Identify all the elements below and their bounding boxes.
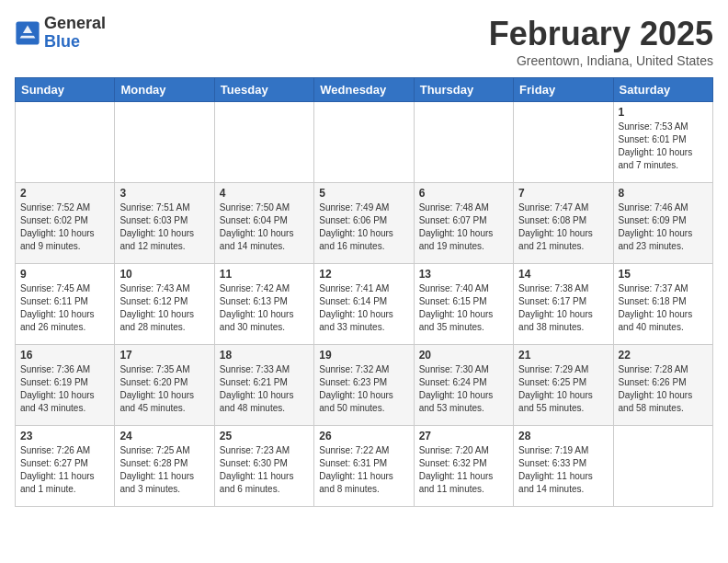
- calendar-cell: 15Sunrise: 7:37 AM Sunset: 6:18 PM Dayli…: [613, 264, 712, 345]
- day-info: Sunrise: 7:50 AM Sunset: 6:04 PM Dayligh…: [220, 201, 309, 253]
- day-number: 6: [419, 187, 508, 200]
- calendar-table: SundayMondayTuesdayWednesdayThursdayFrid…: [15, 77, 713, 507]
- calendar-week-1: 1Sunrise: 7:53 AM Sunset: 6:01 PM Daylig…: [16, 102, 713, 183]
- day-info: Sunrise: 7:35 AM Sunset: 6:20 PM Dayligh…: [119, 363, 209, 415]
- calendar-cell: 1Sunrise: 7:53 AM Sunset: 6:01 PM Daylig…: [613, 102, 712, 183]
- calendar-week-4: 16Sunrise: 7:36 AM Sunset: 6:19 PM Dayli…: [16, 345, 713, 426]
- day-info: Sunrise: 7:38 AM Sunset: 6:17 PM Dayligh…: [518, 282, 608, 334]
- calendar-week-3: 9Sunrise: 7:45 AM Sunset: 6:11 PM Daylig…: [16, 264, 713, 345]
- day-info: Sunrise: 7:22 AM Sunset: 6:31 PM Dayligh…: [319, 444, 408, 496]
- day-info: Sunrise: 7:32 AM Sunset: 6:23 PM Dayligh…: [319, 363, 408, 415]
- day-info: Sunrise: 7:43 AM Sunset: 6:12 PM Dayligh…: [119, 282, 209, 334]
- day-info: Sunrise: 7:51 AM Sunset: 6:03 PM Dayligh…: [119, 201, 209, 253]
- calendar-cell: [314, 102, 414, 183]
- location: Greentown, Indiana, United States: [489, 53, 713, 68]
- calendar-cell: 17Sunrise: 7:35 AM Sunset: 6:20 PM Dayli…: [115, 345, 214, 426]
- day-header-friday: Friday: [514, 78, 613, 102]
- day-info: Sunrise: 7:53 AM Sunset: 6:01 PM Dayligh…: [619, 121, 708, 172]
- day-number: 11: [220, 268, 309, 281]
- month-title: February 2025: [489, 15, 713, 53]
- day-info: Sunrise: 7:45 AM Sunset: 6:11 PM Dayligh…: [20, 282, 109, 334]
- day-header-wednesday: Wednesday: [314, 78, 414, 102]
- day-number: 9: [20, 268, 109, 281]
- logo-blue: Blue: [44, 32, 80, 51]
- calendar-cell: 13Sunrise: 7:40 AM Sunset: 6:15 PM Dayli…: [414, 264, 513, 345]
- day-number: 27: [419, 430, 508, 442]
- day-header-thursday: Thursday: [414, 78, 513, 102]
- day-number: 19: [319, 349, 408, 362]
- day-number: 5: [319, 187, 408, 200]
- calendar-cell: [514, 102, 613, 183]
- day-info: Sunrise: 7:47 AM Sunset: 6:08 PM Dayligh…: [518, 201, 608, 253]
- day-info: Sunrise: 7:52 AM Sunset: 6:02 PM Dayligh…: [20, 201, 109, 253]
- day-number: 18: [220, 349, 309, 362]
- calendar-cell: 24Sunrise: 7:25 AM Sunset: 6:28 PM Dayli…: [115, 426, 214, 507]
- calendar-cell: 9Sunrise: 7:45 AM Sunset: 6:11 PM Daylig…: [16, 264, 115, 345]
- day-info: Sunrise: 7:28 AM Sunset: 6:26 PM Dayligh…: [619, 363, 708, 415]
- day-number: 4: [220, 187, 309, 200]
- day-number: 15: [619, 268, 708, 281]
- day-info: Sunrise: 7:40 AM Sunset: 6:15 PM Dayligh…: [419, 282, 508, 334]
- day-number: 26: [319, 430, 408, 442]
- calendar-cell: 10Sunrise: 7:43 AM Sunset: 6:12 PM Dayli…: [115, 264, 214, 345]
- page-header: General Blue February 2025 Greentown, In…: [15, 15, 713, 68]
- day-info: Sunrise: 7:20 AM Sunset: 6:32 PM Dayligh…: [419, 444, 508, 496]
- svg-rect-2: [20, 33, 36, 36]
- day-number: 16: [20, 349, 109, 362]
- day-info: Sunrise: 7:26 AM Sunset: 6:27 PM Dayligh…: [20, 444, 109, 496]
- day-info: Sunrise: 7:46 AM Sunset: 6:09 PM Dayligh…: [619, 201, 708, 253]
- day-header-tuesday: Tuesday: [214, 78, 313, 102]
- calendar-cell: 27Sunrise: 7:20 AM Sunset: 6:32 PM Dayli…: [414, 426, 513, 507]
- logo-text: General Blue: [44, 15, 106, 52]
- calendar-cell: 12Sunrise: 7:41 AM Sunset: 6:14 PM Dayli…: [314, 264, 414, 345]
- day-number: 3: [119, 187, 209, 200]
- calendar-cell: 16Sunrise: 7:36 AM Sunset: 6:19 PM Dayli…: [16, 345, 115, 426]
- calendar-cell: 8Sunrise: 7:46 AM Sunset: 6:09 PM Daylig…: [613, 183, 712, 264]
- calendar-header-row: SundayMondayTuesdayWednesdayThursdayFrid…: [16, 78, 713, 102]
- day-info: Sunrise: 7:49 AM Sunset: 6:06 PM Dayligh…: [319, 201, 408, 253]
- day-number: 21: [518, 349, 608, 362]
- day-info: Sunrise: 7:48 AM Sunset: 6:07 PM Dayligh…: [419, 201, 508, 253]
- day-info: Sunrise: 7:25 AM Sunset: 6:28 PM Dayligh…: [119, 444, 209, 496]
- day-info: Sunrise: 7:42 AM Sunset: 6:13 PM Dayligh…: [220, 282, 309, 334]
- calendar-cell: 26Sunrise: 7:22 AM Sunset: 6:31 PM Dayli…: [314, 426, 414, 507]
- calendar-cell: 7Sunrise: 7:47 AM Sunset: 6:08 PM Daylig…: [514, 183, 613, 264]
- day-number: 14: [518, 268, 608, 281]
- day-header-sunday: Sunday: [16, 78, 115, 102]
- logo: General Blue: [15, 15, 106, 52]
- calendar-cell: 2Sunrise: 7:52 AM Sunset: 6:02 PM Daylig…: [16, 183, 115, 264]
- calendar-cell: [115, 102, 214, 183]
- calendar-cell: 11Sunrise: 7:42 AM Sunset: 6:13 PM Dayli…: [214, 264, 313, 345]
- day-info: Sunrise: 7:30 AM Sunset: 6:24 PM Dayligh…: [419, 363, 508, 415]
- day-number: 25: [220, 430, 309, 442]
- calendar-cell: 20Sunrise: 7:30 AM Sunset: 6:24 PM Dayli…: [414, 345, 513, 426]
- day-number: 17: [119, 349, 209, 362]
- day-info: Sunrise: 7:33 AM Sunset: 6:21 PM Dayligh…: [220, 363, 309, 415]
- calendar-cell: [214, 102, 313, 183]
- day-number: 20: [419, 349, 508, 362]
- day-number: 23: [20, 430, 109, 442]
- calendar-week-5: 23Sunrise: 7:26 AM Sunset: 6:27 PM Dayli…: [16, 426, 713, 507]
- calendar-week-2: 2Sunrise: 7:52 AM Sunset: 6:02 PM Daylig…: [16, 183, 713, 264]
- calendar-cell: 25Sunrise: 7:23 AM Sunset: 6:30 PM Dayli…: [214, 426, 313, 507]
- day-number: 12: [319, 268, 408, 281]
- day-number: 24: [119, 430, 209, 442]
- day-number: 2: [20, 187, 109, 200]
- logo-icon: [15, 20, 40, 46]
- calendar-cell: [613, 426, 712, 507]
- calendar-cell: [414, 102, 513, 183]
- day-number: 1: [619, 106, 708, 119]
- day-number: 7: [518, 187, 608, 200]
- calendar-cell: 6Sunrise: 7:48 AM Sunset: 6:07 PM Daylig…: [414, 183, 513, 264]
- calendar-cell: [16, 102, 115, 183]
- calendar-cell: 22Sunrise: 7:28 AM Sunset: 6:26 PM Dayli…: [613, 345, 712, 426]
- day-info: Sunrise: 7:23 AM Sunset: 6:30 PM Dayligh…: [220, 444, 309, 496]
- calendar-cell: 4Sunrise: 7:50 AM Sunset: 6:04 PM Daylig…: [214, 183, 313, 264]
- day-number: 22: [619, 349, 708, 362]
- day-header-monday: Monday: [115, 78, 214, 102]
- day-info: Sunrise: 7:19 AM Sunset: 6:33 PM Dayligh…: [518, 444, 608, 496]
- day-number: 8: [619, 187, 708, 200]
- day-info: Sunrise: 7:36 AM Sunset: 6:19 PM Dayligh…: [20, 363, 109, 415]
- calendar-cell: 23Sunrise: 7:26 AM Sunset: 6:27 PM Dayli…: [16, 426, 115, 507]
- calendar-cell: 5Sunrise: 7:49 AM Sunset: 6:06 PM Daylig…: [314, 183, 414, 264]
